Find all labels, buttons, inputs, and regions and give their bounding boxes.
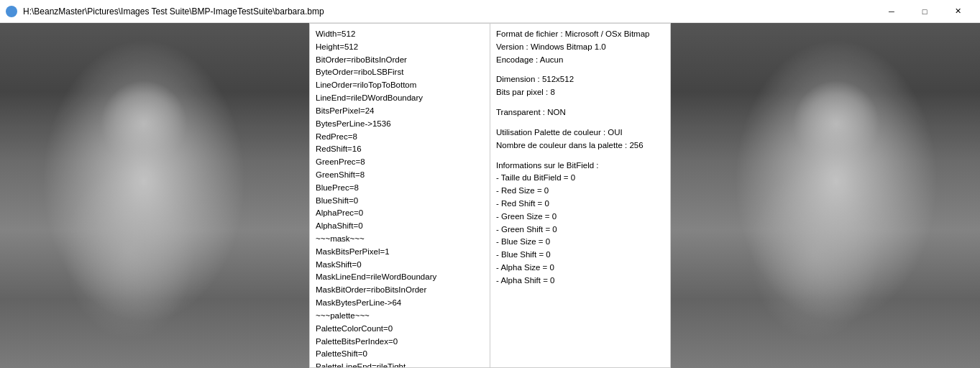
left-panel-line: BlueShift=0 [316,195,484,208]
image-panel-right [671,23,980,368]
left-panel-line: Width=512 [316,28,484,41]
barbara-image-right [671,23,980,368]
main-content: Width=512Height=512BitOrder=riboBitsInOr… [0,23,980,368]
section-gap [496,152,664,160]
left-panel-line: RedPrec=8 [316,131,484,144]
right-panel-line: Encodage : Aucun [496,54,664,67]
left-panel-line: ~~~palette~~~ [316,310,484,323]
right-panel-line: - Taille du BitField = 0 [496,172,664,185]
left-panel-line: PaletteLineEnd=rileTight [316,361,484,368]
right-panel-line: Utilisation Palette de couleur : OUI [496,126,664,139]
left-panel-line: AlphaPrec=0 [316,207,484,220]
window-title: H:\BeanzMaster\Pictures\Images Test Suit… [23,6,875,17]
app-icon [6,6,17,17]
barbara-image-left [0,23,309,368]
left-panel-line: MaskShift=0 [316,259,484,272]
left-panel-line: LineOrder=riloTopToBottom [316,79,484,92]
left-panel-line: BitOrder=riboBitsInOrder [316,54,484,67]
left-panel-line: BytesPerLine->1536 [316,118,484,131]
right-panel-line: Version : Windows Bitmap 1.0 [496,41,664,54]
maximize-button[interactable]: □ [908,0,941,23]
right-panel-line: - Green Size = 0 [496,211,664,224]
left-info-panel[interactable]: Width=512Height=512BitOrder=riboBitsInOr… [309,23,490,368]
section-gap [496,119,664,126]
right-panel-line: Dimension : 512x512 [496,73,664,86]
right-panel-line: - Green Shift = 0 [496,224,664,236]
section-gap [496,66,664,73]
left-panel-line: BluePrec=8 [316,182,484,195]
left-panel-line: MaskBitOrder=riboBitsInOrder [316,284,484,297]
right-panel-line: - Blue Shift = 0 [496,249,664,262]
right-info-panel[interactable]: Format de fichier : Microsoft / OSx Bitm… [490,23,671,368]
right-panel-line: Nombre de couleur dans la palette : 256 [496,139,664,152]
left-panel-line: GreenShift=8 [316,169,484,182]
section-gap [496,99,664,106]
left-panel-line: AlphaShift=0 [316,220,484,233]
minimize-button[interactable]: ─ [875,0,908,23]
left-panel-line: PaletteBitsPerIndex=0 [316,336,484,349]
left-panel-line: Height=512 [316,41,484,54]
window-controls: ─ □ ✕ [875,0,974,23]
title-bar: H:\BeanzMaster\Pictures\Images Test Suit… [0,0,980,23]
left-panel-line: GreenPrec=8 [316,156,484,169]
left-panel-line: MaskLineEnd=rileWordBoundary [316,271,484,284]
right-panel-line: - Red Shift = 0 [496,198,664,211]
right-panel-line: - Blue Size = 0 [496,236,664,249]
right-panel-line: - Alpha Size = 0 [496,262,664,275]
close-button[interactable]: ✕ [941,0,974,23]
left-panel-line: MaskBitsPerPixel=1 [316,246,484,259]
info-panels: Width=512Height=512BitOrder=riboBitsInOr… [309,23,671,368]
right-panel-line: Transparent : NON [496,106,664,119]
left-panel-line: RedShift=16 [316,143,484,156]
right-panel-line: - Red Size = 0 [496,185,664,198]
right-panel-line: - Alpha Shift = 0 [496,275,664,288]
left-panel-line: ~~~mask~~~ [316,233,484,246]
image-panel-left [0,23,309,368]
right-panel-line: Informations sur le BitField : [496,160,664,172]
left-panel-line: LineEnd=rileDWordBoundary [316,92,484,105]
left-panel-line: BitsPerPixel=24 [316,105,484,118]
right-panel-line: Format de fichier : Microsoft / OSx Bitm… [496,28,664,41]
left-panel-line: PaletteShift=0 [316,348,484,361]
right-panel-line: Bits par pixel : 8 [496,86,664,99]
left-panel-line: MaskBytesPerLine->64 [316,297,484,310]
left-panel-line: PaletteColorCount=0 [316,323,484,336]
left-panel-line: ByteOrder=riboLSBFirst [316,66,484,79]
